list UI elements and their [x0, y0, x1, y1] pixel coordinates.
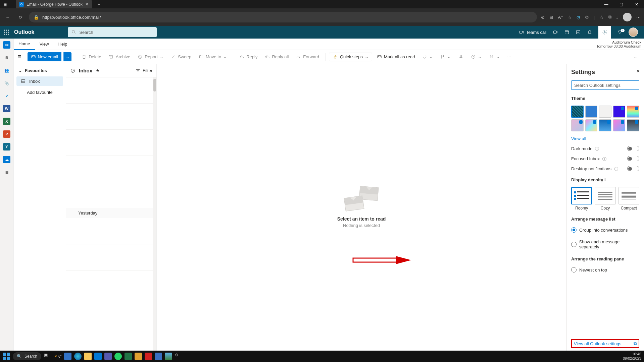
density-roomy[interactable]: Roomy	[571, 187, 592, 210]
info-icon[interactable]: i	[595, 147, 599, 151]
tab-manager-icon[interactable]: ▣	[3, 2, 7, 7]
filter-button[interactable]: Filter	[135, 68, 152, 73]
copilot-icon[interactable]: ◔	[577, 15, 580, 20]
desktop-notifications-toggle[interactable]	[627, 166, 639, 171]
message-row[interactable]	[66, 130, 156, 156]
forward-button[interactable]: Forward	[293, 53, 322, 61]
sweep-button[interactable]: Sweep	[168, 53, 194, 61]
dark-mode-toggle[interactable]	[627, 146, 639, 151]
radio-group-conversations[interactable]: Group into conversations	[571, 227, 639, 233]
theme-pastel1[interactable]	[571, 119, 584, 131]
report-button[interactable]: Report⌄	[135, 53, 166, 61]
app-photos[interactable]	[64, 353, 71, 360]
theme-purple[interactable]	[613, 106, 626, 118]
message-row[interactable]	[66, 77, 156, 104]
browser-profile-avatar[interactable]	[623, 13, 632, 21]
browser-tab[interactable]: O Email - George Howe - Outlook ✕	[16, 0, 92, 8]
app-outlook[interactable]	[94, 353, 102, 360]
rail-powerpoint-icon[interactable]: P	[3, 130, 10, 138]
downloads-icon[interactable]: ↓	[616, 15, 618, 20]
theme-mountain[interactable]	[627, 119, 639, 131]
message-row[interactable]	[66, 244, 156, 270]
tag-button[interactable]: ⌄	[419, 53, 436, 61]
reminder-card[interactable]: Auditorium Check Tomorrow 08:00 Auditori…	[596, 39, 641, 50]
window-close[interactable]: ✕	[629, 0, 644, 8]
rail-yammer-icon[interactable]: Y	[3, 143, 10, 150]
move-to-button[interactable]: Move to⌄	[196, 53, 230, 61]
info-icon[interactable]: i	[614, 167, 618, 171]
theme-bluewave[interactable]	[599, 119, 611, 131]
message-row[interactable]	[66, 182, 156, 208]
flag-button[interactable]: ⌄	[438, 53, 454, 61]
tips-icon[interactable]: 4	[617, 29, 623, 35]
start-button[interactable]	[3, 353, 10, 360]
theme-candy[interactable]	[613, 119, 626, 131]
view-all-outlook-settings-link[interactable]: View all Outlook settings⧉	[571, 339, 639, 348]
app-excel[interactable]	[125, 353, 132, 360]
settings-gear-icon[interactable]	[598, 26, 611, 39]
app-settings[interactable]: ⚙	[175, 353, 182, 360]
system-clock[interactable]: 10:46 09/02/2023	[623, 352, 641, 361]
app-acrobat[interactable]	[145, 353, 152, 360]
tab-help[interactable]: Help	[54, 39, 72, 50]
user-avatar[interactable]	[629, 27, 638, 37]
hamburger-toggle[interactable]: ≡	[18, 53, 21, 60]
app-paint[interactable]	[165, 353, 172, 360]
app-edge[interactable]	[74, 353, 82, 360]
star-icon[interactable]: ★	[96, 68, 100, 73]
rail-onedrive-icon[interactable]: ☁	[3, 156, 10, 163]
settings-search-input[interactable]: Search Outlook settings	[571, 80, 639, 90]
radio-newest-top[interactable]: Newest on top	[571, 267, 639, 273]
message-row[interactable]	[66, 218, 156, 244]
toolbar-more-icon[interactable]: ⋯	[504, 53, 514, 61]
ribbon-toggle-icon[interactable]	[576, 29, 581, 35]
task-view-icon[interactable]: ▣	[44, 353, 51, 360]
rail-mail-icon[interactable]: ✉	[3, 41, 10, 49]
theme-blue[interactable]	[585, 106, 598, 118]
settings-close-icon[interactable]: ✕	[636, 69, 640, 74]
suite-search-input[interactable]: Search	[68, 27, 157, 37]
address-bar[interactable]: 🔒 https://outlook.office.com/mail/	[29, 12, 537, 22]
info-icon[interactable]: i	[604, 177, 606, 182]
new-tab-button[interactable]: ＋	[97, 1, 101, 7]
message-row[interactable]	[66, 156, 156, 182]
rail-word-icon[interactable]: W	[3, 105, 10, 112]
mark-all-read-button[interactable]: Mark all as read	[374, 53, 417, 61]
add-favourite-link[interactable]: Add favourite	[14, 87, 66, 98]
view-all-themes-link[interactable]: View all	[571, 136, 639, 141]
radio-show-separately[interactable]: Show each message separately	[571, 239, 639, 249]
app-file-explorer[interactable]	[84, 353, 92, 360]
site-lock-icon[interactable]: 🔒	[34, 15, 39, 20]
extensions-icon[interactable]: ⚙	[585, 15, 589, 20]
tab-home[interactable]: Home	[14, 39, 35, 50]
collections-icon[interactable]: ⧉	[608, 14, 611, 20]
pin-button[interactable]	[456, 53, 466, 61]
favorites-bar-icon[interactable]: ☆	[600, 15, 604, 20]
nav-inbox[interactable]: Inbox	[16, 76, 63, 86]
new-email-button[interactable]: New email	[28, 52, 62, 61]
app-teams[interactable]	[104, 353, 112, 360]
notifications-icon[interactable]	[587, 29, 592, 35]
quick-steps-button[interactable]: Quick steps⌄	[329, 53, 372, 61]
theme-light[interactable]	[599, 106, 611, 118]
tracking-icon[interactable]: ⊘	[541, 15, 545, 20]
nav-back-icon[interactable]: ←	[3, 15, 12, 20]
favorite-icon[interactable]: ☆	[568, 15, 572, 20]
new-email-dropdown[interactable]: ⌄	[63, 52, 71, 61]
list-scrollbar[interactable]	[153, 77, 156, 351]
apps-icon[interactable]: ⊞	[549, 15, 553, 20]
toolbar-collapse-icon[interactable]: ⌄	[631, 53, 640, 61]
tab-close-icon[interactable]: ✕	[85, 2, 89, 7]
meet-now-icon[interactable]	[553, 29, 558, 35]
rail-people-icon[interactable]: 👥	[3, 67, 10, 74]
info-icon[interactable]: i	[602, 157, 606, 161]
rail-todo-icon[interactable]: ✔	[3, 92, 10, 100]
favourites-header[interactable]: ⌄Favourites	[14, 66, 66, 75]
taskbar-search[interactable]: 🔍Search	[13, 352, 41, 360]
archive-button[interactable]: Archive	[106, 53, 133, 61]
rail-more-apps-icon[interactable]: ⊞	[3, 169, 10, 176]
theme-unicorn[interactable]	[585, 119, 598, 131]
app-store[interactable]	[135, 353, 142, 360]
density-cozy[interactable]: Cozy	[595, 187, 615, 210]
window-minimize[interactable]: —	[599, 0, 614, 8]
